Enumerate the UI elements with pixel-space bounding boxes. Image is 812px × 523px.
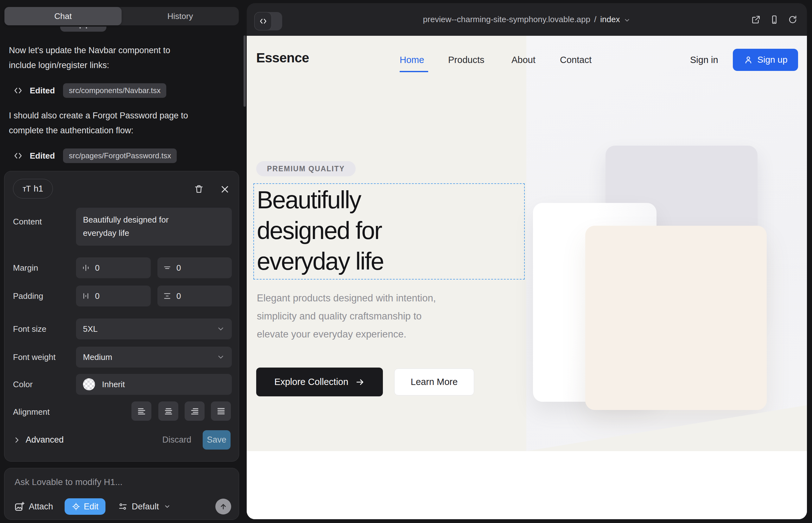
url-host: preview--charming-site-symphony.lovable.… (423, 15, 590, 24)
chat-sidebar: Chat History Now let's update the Navbar… (0, 0, 247, 523)
next-section-background (247, 451, 807, 519)
padding-y-icon (163, 292, 171, 300)
font-size-value: 5XL (83, 324, 98, 334)
padding-x-value: 0 (95, 291, 100, 301)
margin-x-icon (82, 264, 90, 272)
editor-footer: Advanced Discard Save (13, 430, 231, 450)
file-edit-row: Edited src/components/Navbar.tsx (13, 83, 166, 98)
sliders-icon (118, 502, 128, 511)
close-panel-button[interactable] (220, 184, 230, 194)
edited-label: Edited (30, 86, 55, 96)
font-weight-value: Medium (83, 353, 112, 362)
model-selector[interactable]: Default (118, 502, 171, 511)
font-size-label: Font size (13, 324, 47, 334)
code-icon (13, 86, 23, 95)
typography-icon: ᴛT (23, 184, 31, 194)
nav-link-about[interactable]: About (511, 55, 535, 65)
content-value: Beautifully designed for everyday life (83, 213, 194, 240)
cta-primary-label: Explore Collection (274, 377, 348, 387)
attach-image-icon (14, 501, 25, 512)
send-button[interactable] (215, 499, 231, 515)
margin-y-value: 0 (176, 263, 181, 273)
margin-y-icon (163, 264, 171, 272)
alignment-label: Alignment (13, 407, 50, 417)
delete-element-button[interactable] (194, 184, 204, 194)
font-weight-select[interactable]: Medium (76, 347, 232, 367)
padding-y-value: 0 (176, 291, 181, 301)
advanced-toggle[interactable]: Advanced (26, 435, 64, 445)
attach-label: Attach (29, 502, 53, 511)
save-button[interactable]: Save (203, 430, 231, 450)
padding-x-icon (82, 292, 90, 300)
url-bar[interactable]: preview--charming-site-symphony.lovable.… (247, 3, 807, 36)
color-swatch (83, 378, 95, 390)
browser-actions (751, 3, 797, 36)
open-external-button[interactable] (751, 15, 761, 24)
font-size-select[interactable]: 5XL (76, 319, 232, 339)
prompt-input[interactable]: Ask Lovable to modify H1... (15, 477, 123, 487)
browser-toolbar: preview--charming-site-symphony.lovable.… (247, 3, 807, 36)
chevron-right-icon (13, 436, 21, 444)
site-logo[interactable]: Essence (256, 50, 309, 66)
content-input[interactable]: Beautifully designed for everyday life (76, 208, 232, 246)
hero-heading[interactable]: Beautifully designed for everyday life (257, 184, 384, 277)
edited-file-badge[interactable]: src/pages/ForgotPassword.tsx (63, 148, 177, 163)
decor-card-cream (585, 226, 767, 410)
discard-button[interactable]: Discard (162, 435, 191, 445)
sidebar-scrollbar[interactable] (244, 35, 246, 107)
nav-link-products[interactable]: Products (448, 55, 484, 65)
padding-y-input[interactable]: 0 (157, 286, 232, 306)
prompt-composer[interactable]: Ask Lovable to modify H1... Attach Edit … (4, 468, 239, 520)
sign-up-label: Sign up (758, 55, 788, 65)
chat-history-tabs: Chat History (4, 7, 239, 25)
sign-in-link[interactable]: Sign in (690, 55, 718, 65)
chevron-down-icon (164, 503, 171, 510)
chevron-down-icon (217, 353, 225, 361)
active-nav-underline (400, 71, 428, 72)
color-value: Inherit (102, 380, 125, 390)
refresh-button[interactable] (788, 15, 797, 24)
padding-x-input[interactable]: 0 (76, 286, 151, 306)
nav-link-contact[interactable]: Contact (560, 55, 592, 65)
scrolled-badge-partial (60, 26, 106, 32)
font-weight-label: Font weight (13, 353, 55, 362)
prompt-actions: Attach Edit Default (14, 498, 231, 515)
attach-button[interactable]: Attach (14, 501, 53, 512)
nav-link-home[interactable]: Home (400, 55, 424, 65)
hero-description: Elegant products designed with intention… (257, 289, 436, 343)
content-label: Content (13, 217, 42, 227)
element-tag-label: h1 (34, 184, 43, 194)
chevron-down-icon (217, 325, 225, 333)
edit-mode-button[interactable]: Edit (65, 498, 106, 515)
margin-label: Margin (13, 263, 38, 273)
margin-x-input[interactable]: 0 (76, 257, 151, 278)
chevron-down-icon (623, 17, 631, 24)
tab-chat[interactable]: Chat (4, 7, 122, 25)
file-edit-row: Edited src/pages/ForgotPassword.tsx (13, 148, 177, 163)
explore-collection-button[interactable]: Explore Collection (256, 367, 383, 396)
align-justify-button[interactable] (211, 401, 231, 421)
mobile-view-button[interactable] (770, 15, 779, 24)
element-editor-panel: ᴛT h1 Content Beautifully designed for e… (4, 171, 239, 462)
align-right-button[interactable] (184, 401, 205, 421)
edited-file-badge[interactable]: src/components/Navbar.tsx (63, 83, 166, 98)
margin-y-input[interactable]: 0 (157, 257, 232, 278)
sign-up-button[interactable]: Sign up (733, 49, 798, 71)
assistant-message: I should also create a Forgot Password p… (9, 108, 188, 138)
color-select[interactable]: Inherit (76, 374, 232, 395)
edit-label: Edit (84, 502, 99, 511)
site-preview: Essence Home Products About Contact Sign… (247, 36, 807, 519)
padding-label: Padding (13, 291, 43, 301)
element-tag-pill[interactable]: ᴛT h1 (13, 179, 53, 198)
align-center-button[interactable] (158, 401, 178, 421)
assistant-message: Now let's update the Navbar component to… (9, 43, 170, 73)
default-label: Default (132, 502, 159, 511)
color-label: Color (13, 380, 33, 390)
hero-section: Essence Home Products About Contact Sign… (247, 36, 807, 451)
arrow-right-icon (355, 377, 365, 387)
tab-history[interactable]: History (122, 7, 239, 25)
edited-label: Edited (30, 151, 55, 161)
quality-badge: PREMIUM QUALITY (256, 161, 356, 176)
align-left-button[interactable] (131, 401, 152, 421)
learn-more-button[interactable]: Learn More (394, 368, 474, 395)
